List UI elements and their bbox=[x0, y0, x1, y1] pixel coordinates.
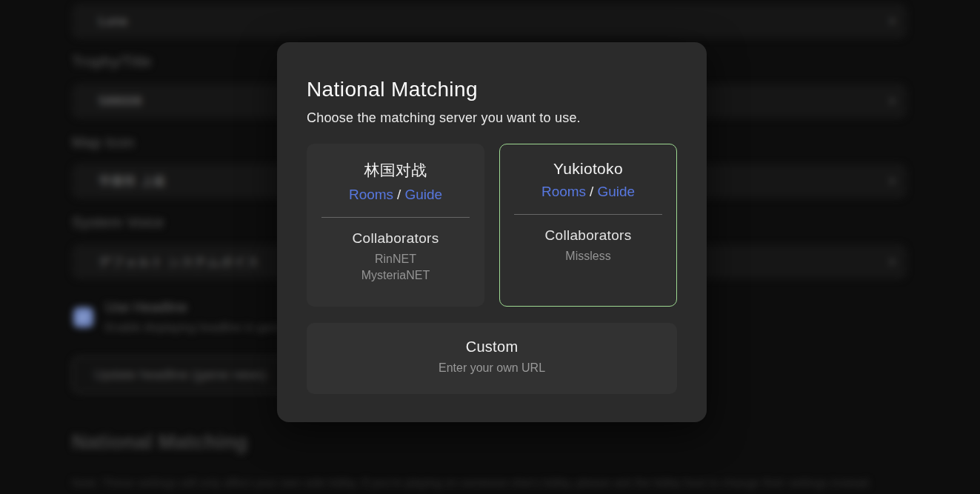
setting-value: 588008 bbox=[99, 94, 142, 109]
server-links: Rooms/Guide bbox=[500, 184, 676, 200]
custom-server-card[interactable]: Custom Enter your own URL bbox=[307, 323, 677, 394]
server-card-linguo[interactable]: 林国对战 Rooms/Guide Collaborators RinNET My… bbox=[307, 144, 484, 307]
chevron-right-icon[interactable]: › bbox=[890, 13, 895, 29]
card-divider bbox=[321, 217, 470, 218]
rooms-link[interactable]: Rooms bbox=[349, 187, 393, 202]
collaborator-name: MysteriaNET bbox=[307, 268, 484, 283]
guide-link[interactable]: Guide bbox=[597, 184, 635, 199]
national-matching-note: Note: These settings will only affect yo… bbox=[72, 476, 911, 490]
chevron-right-icon[interactable]: › bbox=[890, 253, 895, 270]
server-options-row: 林国对战 Rooms/Guide Collaborators RinNET My… bbox=[307, 144, 677, 307]
custom-server-subtitle: Enter your own URL bbox=[307, 361, 677, 375]
dialog-subtitle: Choose the matching server you want to u… bbox=[307, 110, 677, 126]
link-separator: / bbox=[590, 184, 593, 199]
headline-checkbox[interactable]: ✓ bbox=[73, 307, 93, 327]
server-name: 林国对战 bbox=[307, 160, 484, 181]
collaborators-label: Collaborators bbox=[307, 230, 484, 247]
custom-server-title: Custom bbox=[307, 338, 677, 356]
national-matching-dialog: National Matching Choose the matching se… bbox=[277, 42, 707, 422]
server-name: Yukiotoko bbox=[500, 160, 676, 178]
setting-value: デフォルト システムボイス bbox=[99, 253, 259, 270]
setting-label-system-voice: System Voice bbox=[72, 214, 164, 231]
chevron-right-icon[interactable]: › bbox=[890, 93, 895, 109]
headline-checkbox-label: Use Headline bbox=[105, 299, 187, 316]
server-links: Rooms/Guide bbox=[307, 187, 484, 203]
chevron-right-icon[interactable]: › bbox=[890, 173, 895, 189]
setting-label-map-icon: Map Icon bbox=[72, 134, 135, 151]
guide-link[interactable]: Guide bbox=[404, 187, 442, 202]
rooms-link[interactable]: Rooms bbox=[541, 184, 586, 199]
national-matching-section-title: National Matching bbox=[72, 431, 248, 454]
collaborator-name: RinNET bbox=[307, 252, 484, 267]
update-headline-button-label: Update headline (game news) bbox=[94, 367, 267, 383]
collaborators-label: Collaborators bbox=[500, 227, 676, 244]
link-separator: / bbox=[397, 187, 401, 202]
setting-value: 学園祭 上級 bbox=[99, 173, 167, 190]
dialog-title: National Matching bbox=[307, 78, 677, 101]
card-divider bbox=[514, 214, 662, 215]
setting-input-row[interactable]: Luna › bbox=[72, 4, 907, 39]
collaborator-name: Missless bbox=[500, 249, 676, 264]
server-card-yukiotoko-selected[interactable]: Yukiotoko Rooms/Guide Collaborators Miss… bbox=[499, 144, 677, 307]
setting-label-trophy: Trophy/Title bbox=[72, 53, 152, 70]
setting-value: Luna bbox=[99, 14, 127, 29]
